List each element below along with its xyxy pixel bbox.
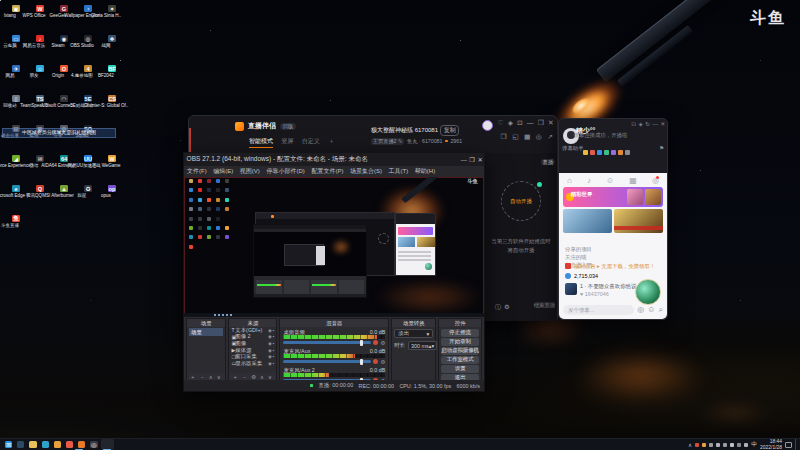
taskbar-app-icon[interactable] (78, 441, 85, 448)
tray-icon[interactable] (709, 443, 713, 447)
minimize-button[interactable]: — (460, 156, 468, 163)
desktop-icon[interactable]: W 逆战 WeGame (100, 155, 124, 185)
desktop-icon[interactable]: ◉ Steam (52, 35, 76, 65)
desktop-icon[interactable]: TS TeamSpeak 3 (28, 95, 52, 125)
mute-speaker-icon[interactable] (373, 359, 378, 364)
desktop-icon[interactable]: ◢ GeForce Experience (4, 155, 28, 185)
companion-version-badge[interactable]: 旧版 (280, 123, 296, 130)
obs-control-button[interactable]: 设置 (441, 365, 479, 373)
danmu-tab-icon[interactable]: ⌂ (567, 176, 572, 185)
desktop-icon[interactable]: ▲ MSI Afterburner (52, 185, 76, 215)
promo-banner[interactable]: 精彩世界 (563, 187, 663, 207)
desktop-icon[interactable]: op opus (100, 185, 124, 215)
transition-select[interactable]: 淡出 ▾ (394, 329, 433, 338)
obs-menu-item[interactable]: 场景集合(S) (350, 167, 382, 176)
companion-tab[interactable]: 智能模式 (249, 137, 273, 148)
restore-icon[interactable]: ⊡ (517, 119, 523, 127)
companion-tab[interactable]: ＋ (328, 137, 334, 148)
taskbar-app-icon[interactable] (54, 441, 61, 448)
tray-icon[interactable] (695, 443, 699, 447)
desktop-icon[interactable]: ✪ 群星 (76, 185, 100, 215)
desktop-icon[interactable]: ◠ Ubisoft Connect (52, 95, 76, 125)
duration-spinbox[interactable]: 300 ms ▴▾ (408, 341, 437, 350)
obs-menu-item[interactable]: 编辑(E) (213, 167, 233, 176)
tray-icon[interactable] (744, 443, 748, 447)
auto-start-circle[interactable]: 自动开播 (501, 181, 541, 221)
tray-icon[interactable] (702, 443, 706, 447)
gift-icon[interactable]: ❒ (501, 133, 507, 141)
video-thumbnail[interactable] (563, 209, 612, 233)
obs-menu-item[interactable]: 视图(V) (240, 167, 260, 176)
close-button[interactable]: ✕ (476, 156, 484, 163)
tray-icon[interactable] (723, 443, 727, 447)
companion-tab[interactable]: 竖屏 (281, 137, 293, 148)
desktop-icon[interactable]: 5E 5E对战平台 (76, 95, 100, 125)
danmu-tab-icon[interactable]: ▦ (629, 176, 637, 185)
apps-grid-icon[interactable]: ▦ (524, 133, 530, 141)
obs-control-button[interactable]: 开始录制 (441, 338, 479, 346)
desktop-icon[interactable]: ▯ 回收站 (4, 95, 28, 125)
gear-icon[interactable]: ⚙ (504, 303, 510, 310)
desktop-icon[interactable]: ◔ Wallpaper Engine (76, 5, 100, 35)
obs-control-button[interactable]: 工作室模式 (441, 356, 479, 364)
refresh-icon[interactable]: ↻ (645, 121, 650, 127)
end-stream-button[interactable]: 结束直播 (534, 302, 556, 308)
taskbar-clock[interactable]: 18:44 2022/1/28 (760, 439, 782, 450)
obs-control-button[interactable]: 启动虚拟摄像机 (441, 347, 479, 355)
desktop-icon[interactable]: ♪ 网易云音乐 (28, 35, 52, 65)
bell-icon[interactable]: ◎ (536, 133, 542, 141)
emoji-icon[interactable]: ☺ (647, 305, 655, 314)
show-desktop-button[interactable] (795, 439, 797, 450)
maximize-button[interactable]: ❐ (538, 119, 544, 127)
taskbar-app-icon[interactable] (17, 441, 24, 448)
taskbar-app-icon[interactable]: ◎ (90, 441, 97, 448)
video-thumbnail[interactable] (614, 209, 663, 233)
desktop-icon[interactable]: ▣ lxiang (4, 5, 28, 35)
obs-menu-item[interactable]: 停靠小部件(D) (266, 167, 304, 176)
danmu-tab-icon[interactable]: ☺ (606, 176, 614, 185)
desktop-icon[interactable]: O Origin (52, 65, 76, 95)
pin-icon[interactable]: ⚑ (659, 145, 664, 151)
desktop-icon[interactable]: ✦ Gloria Sinia H.. (100, 5, 124, 35)
obs-menu-item[interactable]: 文件(F) (187, 167, 207, 176)
tray-icon[interactable] (737, 443, 741, 447)
game-avatar[interactable] (635, 279, 661, 305)
tray-icon[interactable] (730, 443, 734, 447)
scene-item[interactable]: 场景 (189, 328, 223, 336)
desktop-icon[interactable]: W WPS Office (28, 5, 52, 35)
close-button[interactable]: ✕ (660, 121, 665, 127)
desktop-icon[interactable]: e Microsoft Edge (4, 185, 28, 215)
danmu-input-pill[interactable] (563, 305, 634, 315)
copy-room-id-button[interactable]: 复制 (440, 125, 459, 136)
volume-slider[interactable] (283, 341, 371, 344)
room-tag[interactable]: 主页直播2 ✎ (371, 138, 404, 145)
heart-icon[interactable]: ♡ (498, 119, 504, 127)
ime-indicator[interactable]: 中 (751, 440, 757, 449)
search-icon[interactable]: ⌕ (659, 305, 663, 315)
minimize-button[interactable]: — (527, 119, 534, 127)
danmu-tab-icon[interactable]: ♪ (587, 176, 591, 185)
desktop-icon[interactable]: CS Counter-S: Global Of.. (100, 95, 124, 125)
obs-menu-item[interactable]: 帮助(H) (415, 167, 435, 176)
close-button[interactable]: ✕ (548, 119, 554, 127)
desktop-icon[interactable]: ◎ OBS Studio (76, 35, 100, 65)
mute-speaker-icon[interactable] (373, 340, 378, 345)
taskbar-app-icon[interactable] (29, 441, 36, 448)
desktop-icon[interactable]: 鱼 斗鱼直播 (4, 215, 28, 245)
shield-icon[interactable]: ◈ (508, 119, 513, 127)
restore-icon[interactable]: ⊡ (631, 121, 636, 127)
desktop-icon[interactable]: 4 4.魔兽地图 (76, 65, 100, 95)
channel-gear-icon[interactable]: ⚙ (380, 340, 385, 346)
desktop-icon[interactable]: BF BF2042 (100, 65, 124, 95)
desktop-icon[interactable]: UU 网易UU加速器 (76, 155, 100, 185)
channel-gear-icon[interactable]: ⚙ (380, 359, 385, 365)
info-icon[interactable]: ⓘ (495, 303, 501, 312)
desktop-icon[interactable]: ▭ 云电脑 (4, 35, 28, 65)
obs-menu-item[interactable]: 配置文件(P) (311, 167, 343, 176)
desktop-icon[interactable]: Q 腾讯QQ (28, 185, 52, 215)
desktop-icon[interactable]: 64 AIDA64 Extreme (52, 155, 76, 185)
obs-menu-item[interactable]: 工具(T) (389, 167, 409, 176)
selected-file-label[interactable]: 中区城会员分牌琳丸是旧礼物构图 (2, 128, 116, 138)
maximize-button[interactable]: ❐ (468, 156, 476, 163)
obs-preview[interactable]: 斗鱼 (184, 177, 484, 317)
